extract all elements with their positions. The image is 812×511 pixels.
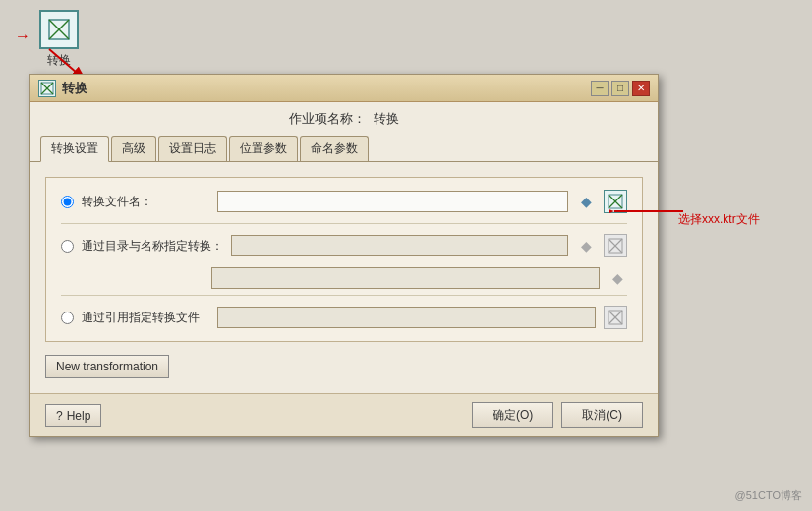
dialog-title-text: 转换: [62, 80, 87, 97]
tab-log-settings[interactable]: 设置日志: [158, 136, 227, 161]
maximize-button[interactable]: □: [611, 81, 629, 96]
new-transformation-button[interactable]: New transformation: [45, 355, 169, 378]
option-group: 转换文件名： ◆ 通过目录与名称指定转换： ◆: [45, 177, 643, 342]
title-buttons: ─ □ ✕: [591, 81, 650, 96]
annotation-text: 选择xxx.ktr文件: [678, 211, 760, 228]
dialog-content: 转换文件名： ◆ 通过目录与名称指定转换： ◆: [30, 162, 658, 393]
dialog-window: 转换 ─ □ ✕ 作业项名称： 转换 转换设置 高级 设置日志 位置参数 命名参…: [29, 74, 659, 437]
footer-right: 确定(O) 取消(C): [472, 402, 643, 428]
job-name-label: 作业项名称：: [289, 110, 366, 128]
option2-diamond-btn: ◆: [576, 236, 596, 256]
dialog-titlebar: 转换 ─ □ ✕: [30, 75, 658, 102]
help-label: Help: [67, 409, 91, 423]
tab-transform-settings[interactable]: 转换设置: [40, 136, 109, 162]
dialog-footer: ? Help 确定(O) 取消(C): [30, 393, 658, 436]
help-button[interactable]: ? Help: [45, 404, 101, 427]
job-name-row: 作业项名称： 转换: [30, 102, 658, 136]
option2-browse-btn: [604, 234, 627, 257]
minimize-button[interactable]: ─: [591, 81, 609, 96]
option1-radio[interactable]: [61, 196, 74, 208]
option2-sub-input[interactable]: [211, 267, 600, 289]
job-name-value: 转换: [374, 110, 399, 128]
cancel-button[interactable]: 取消(C): [561, 402, 643, 428]
option2-radio[interactable]: [61, 240, 74, 253]
tabs-container: 转换设置 高级 设置日志 位置参数 命名参数: [30, 136, 658, 162]
dialog-title-left: 转换: [38, 80, 87, 97]
option3-section: 通过引用指定转换文件: [61, 295, 627, 329]
option3-radio[interactable]: [61, 312, 74, 324]
option3-browse-btn: [604, 306, 627, 329]
tab-advanced[interactable]: 高级: [111, 136, 156, 161]
option1-diamond-btn[interactable]: ◆: [576, 192, 596, 211]
option3-row: 通过引用指定转换文件: [61, 306, 627, 329]
option2-label: 通过目录与名称指定转换：: [82, 238, 223, 255]
option2-sub-row: ◆: [61, 267, 627, 289]
option2-row: 通过目录与名称指定转换： ◆: [61, 234, 627, 257]
canvas-arrow-icon: →: [15, 28, 30, 45]
tab-named-params[interactable]: 命名参数: [300, 136, 369, 161]
option1-label: 转换文件名：: [82, 194, 209, 210]
option2-section: 通过目录与名称指定转换： ◆ ◆: [61, 223, 627, 289]
dialog-title-icon: [38, 80, 56, 97]
close-button[interactable]: ✕: [632, 81, 650, 96]
option1-input[interactable]: [217, 191, 568, 212]
watermark: @51CTO博客: [735, 488, 802, 503]
confirm-button[interactable]: 确定(O): [472, 402, 553, 428]
option2-sub-diamond-btn: ◆: [608, 268, 627, 288]
tab-position-params[interactable]: 位置参数: [229, 136, 298, 161]
help-icon: ?: [56, 409, 63, 423]
annotation-arrow-svg: [609, 197, 688, 226]
option2-input[interactable]: [231, 235, 568, 256]
node-icon-box: [39, 10, 79, 49]
option3-input[interactable]: [217, 307, 596, 328]
option3-label: 通过引用指定转换文件: [82, 310, 209, 326]
option1-row: 转换文件名： ◆: [61, 190, 627, 213]
